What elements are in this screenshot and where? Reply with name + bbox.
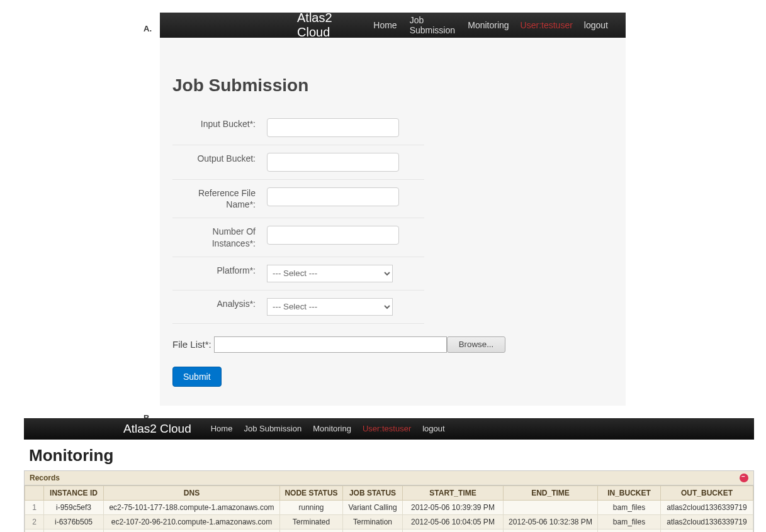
- analysis-label: Analysis*:: [172, 298, 267, 309]
- col-rownum: [25, 485, 44, 500]
- records-table: INSTANCE ID DNS NODE STATUS JOB STATUS S…: [25, 485, 753, 532]
- output-bucket-field[interactable]: [267, 153, 399, 172]
- table-cell: atlas2cloud1336339719: [661, 514, 753, 529]
- platform-select[interactable]: --- Select ---: [267, 265, 393, 282]
- panel-a-label: A.: [144, 24, 152, 33]
- nav-job-submission-b[interactable]: Job Submission: [244, 424, 301, 433]
- navbar-a: Atlas2 Cloud Home Job Submission Monitor…: [160, 13, 626, 38]
- table-cell: 2012-05-06 10:04:05 PM: [403, 514, 504, 529]
- table-cell: ec2-107-20-96-210.compute-1.amazonaws.co…: [104, 514, 280, 529]
- input-bucket-field[interactable]: [267, 118, 399, 137]
- records-grid: Records INSTANCE ID DNS NODE STATUS JOB …: [24, 470, 754, 532]
- table-cell: 2012-05-06 10:32:38 PM: [504, 514, 598, 529]
- table-cell: Terminated: [280, 514, 343, 529]
- col-end-time[interactable]: END_TIME: [504, 485, 598, 500]
- table-cell: Termination: [343, 529, 403, 532]
- nav-user: User:testuser: [521, 20, 573, 30]
- instances-label: Number Of Instances*:: [172, 226, 267, 248]
- table-cell: 2012-05-06 10:39:39 PM: [403, 500, 504, 514]
- table-cell: 1: [25, 500, 44, 514]
- col-job-status[interactable]: JOB STATUS: [343, 485, 403, 500]
- reference-file-field[interactable]: [267, 187, 399, 206]
- analysis-select[interactable]: --- Select ---: [267, 298, 393, 316]
- table-cell: bam_files: [598, 529, 661, 532]
- navbar-b: Atlas2 Cloud Home Job Submission Monitor…: [24, 418, 754, 440]
- reference-file-label: Reference File Name*:: [172, 187, 267, 210]
- col-out-bucket[interactable]: OUT_BUCKET: [661, 485, 753, 500]
- table-row[interactable]: 2i-6376b505ec2-107-20-96-210.compute-1.a…: [25, 514, 753, 529]
- file-list-label: File List*:: [172, 339, 211, 350]
- col-node-status[interactable]: NODE STATUS: [280, 485, 343, 500]
- page-title: Job Submission: [172, 75, 613, 96]
- browse-button[interactable]: Browse...: [447, 336, 506, 353]
- brand: Atlas2 Cloud: [297, 11, 349, 40]
- table-cell: 2012-05-06 10:04:03 PM: [403, 529, 504, 532]
- table-cell: i-6376b505: [44, 514, 104, 529]
- table-cell: bam_files: [598, 500, 661, 514]
- table-cell: 2: [25, 514, 44, 529]
- brand-b: Atlas2 Cloud: [123, 422, 191, 436]
- table-cell: i-6176b507: [44, 529, 104, 532]
- nav-user-b: User:testuser: [363, 424, 411, 433]
- records-label: Records: [30, 474, 60, 482]
- nav-logout[interactable]: logout: [584, 20, 608, 30]
- table-cell: atlas2cloud1336339719: [661, 500, 753, 514]
- collapse-icon[interactable]: [740, 474, 748, 482]
- table-cell: Variant Calling: [343, 500, 403, 514]
- table-row[interactable]: 1i-959c5ef3ec2-75-101-177-188.compute-1.…: [25, 500, 753, 514]
- output-bucket-label: Output Bucket:: [172, 153, 267, 164]
- nav-home-b[interactable]: Home: [211, 424, 233, 433]
- nav-home[interactable]: Home: [373, 20, 397, 30]
- input-bucket-label: Input Bucket*:: [172, 118, 267, 130]
- nav-monitoring[interactable]: Monitoring: [468, 20, 509, 30]
- submit-button[interactable]: Submit: [172, 367, 222, 387]
- table-cell: bam_files: [598, 514, 661, 529]
- table-row[interactable]: 3i-6176b507ec2-184-72-89-52.compute-1.am…: [25, 529, 753, 532]
- platform-label: Platform*:: [172, 265, 267, 276]
- col-instance-id[interactable]: INSTANCE ID: [44, 485, 104, 500]
- job-submission-panel: Job Submission Input Bucket*: Output Buc…: [160, 38, 626, 406]
- table-cell: atlas2cloud1336339719: [661, 529, 753, 532]
- table-cell: 2012-05-06 10:29:35 PM: [504, 529, 598, 532]
- table-cell: ec2-75-101-177-188.compute-1.amazonaws.c…: [104, 500, 280, 514]
- table-cell: [504, 500, 598, 514]
- table-cell: i-959c5ef3: [44, 500, 104, 514]
- table-cell: Terminated: [280, 529, 343, 532]
- col-start-time[interactable]: START_TIME: [403, 485, 504, 500]
- table-cell: ec2-184-72-89-52.compute-1.amazonaws.com: [104, 529, 280, 532]
- nav-logout-b[interactable]: logout: [422, 424, 444, 433]
- table-cell: Termination: [343, 514, 403, 529]
- col-dns[interactable]: DNS: [104, 485, 280, 500]
- file-list-field[interactable]: [214, 336, 447, 353]
- nav-monitoring-b[interactable]: Monitoring: [313, 424, 351, 433]
- table-cell: running: [280, 500, 343, 514]
- monitoring-title: Monitoring: [24, 440, 754, 470]
- nav-job-submission[interactable]: Job Submission: [410, 15, 456, 35]
- col-in-bucket[interactable]: IN_BUCKET: [598, 485, 661, 500]
- table-cell: 3: [25, 529, 44, 532]
- instances-field[interactable]: [267, 226, 399, 245]
